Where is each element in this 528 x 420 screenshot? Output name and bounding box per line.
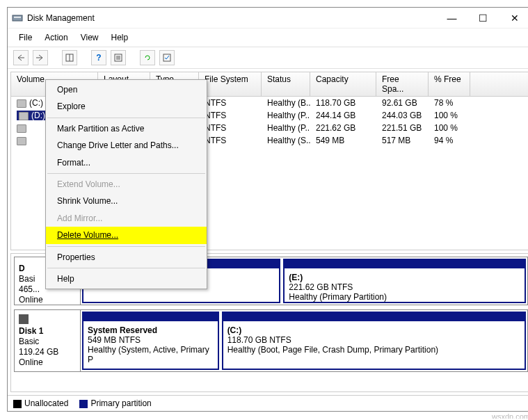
col-status[interactable]: Status [262, 72, 310, 96]
col-spacer [470, 72, 528, 96]
disk-partitions: System Reserved549 MB NTFSHealthy (Syste… [81, 310, 527, 371]
forward-button[interactable] [33, 50, 48, 65]
menu-file[interactable]: File [13, 30, 38, 45]
refresh-button[interactable] [140, 50, 155, 65]
primary-swatch [79, 400, 88, 408]
unallocated-swatch [13, 400, 22, 408]
titlebar: Disk Management — ☐ ✕ [8, 8, 528, 29]
context-item-add-mirror: Add Mirror... [46, 210, 207, 227]
disk-info[interactable]: Disk 1Basic119.24 GBOnline [15, 310, 81, 371]
context-item-help[interactable]: Help [46, 270, 207, 287]
close-button[interactable]: ✕ [499, 8, 528, 28]
disk-row: Disk 1Basic119.24 GBOnlineSystem Reserve… [14, 309, 528, 372]
col-capacity[interactable]: Capacity [310, 72, 376, 96]
watermark: wsxdn.com [492, 412, 528, 419]
drive-icon [17, 124, 26, 133]
partition[interactable]: System Reserved549 MB NTFSHealthy (Syste… [82, 312, 219, 370]
arrow-right-icon [36, 54, 45, 61]
context-separator [47, 246, 205, 247]
menu-help[interactable]: Help [106, 30, 134, 45]
context-item-extend-volume: Extend Volume... [46, 176, 207, 193]
partition[interactable]: (E:)221.62 GB NTFSHealthy (Primary Parti… [283, 259, 526, 303]
disk-management-window: Disk Management — ☐ ✕ File Action View H… [7, 7, 528, 412]
context-separator [47, 173, 205, 174]
help-button[interactable]: ? [91, 50, 106, 65]
col-filesystem[interactable]: File System [199, 72, 262, 96]
help-icon: ? [96, 53, 101, 63]
col-free[interactable]: Free Spa... [376, 72, 429, 96]
back-button[interactable] [13, 50, 29, 65]
drive-icon [19, 112, 29, 120]
disk-mgmt-icon [12, 13, 23, 24]
window-title: Disk Management [27, 13, 436, 23]
menu-view[interactable]: View [75, 30, 104, 45]
context-separator [47, 268, 205, 268]
legend-unallocated: Unallocated [13, 398, 68, 408]
action-button[interactable] [159, 50, 175, 65]
context-item-delete-volume[interactable]: Delete Volume... [46, 227, 207, 243]
context-item-shrink-volume[interactable]: Shrink Volume... [46, 193, 207, 209]
toolbar: ? [8, 47, 528, 69]
context-separator [47, 118, 205, 118]
context-item-explore[interactable]: Explore [46, 98, 207, 115]
col-pctfree[interactable]: % Free [429, 72, 470, 96]
context-item-format[interactable]: Format... [46, 154, 207, 171]
legend: Unallocated Primary partition [8, 395, 528, 411]
drive-icon [17, 99, 26, 108]
refresh-icon [143, 54, 152, 62]
context-item-change-drive-letter-and-paths[interactable]: Change Drive Letter and Paths... [46, 137, 207, 154]
context-item-properties[interactable]: Properties [46, 249, 207, 266]
split-icon [65, 54, 74, 62]
volume-context-menu[interactable]: OpenExploreMark Partition as ActiveChang… [45, 79, 207, 289]
disk-icon [19, 314, 29, 324]
tick-list-icon [163, 54, 171, 62]
menubar: File Action View Help [8, 29, 528, 47]
menu-action[interactable]: Action [39, 30, 73, 45]
minimize-button[interactable]: — [436, 8, 467, 28]
view-split-button[interactable] [62, 50, 77, 65]
list-icon [114, 54, 122, 62]
arrow-left-icon [17, 54, 25, 61]
maximize-button[interactable]: ☐ [467, 8, 499, 28]
legend-primary: Primary partition [79, 398, 151, 408]
context-item-open[interactable]: Open [46, 81, 207, 98]
properties-button[interactable] [111, 50, 126, 65]
svg-rect-1 [14, 17, 21, 18]
svg-rect-0 [13, 15, 22, 21]
partition[interactable]: (C:)118.70 GB NTFSHealthy (Boot, Page Fi… [222, 312, 526, 370]
context-item-mark-partition-as-active[interactable]: Mark Partition as Active [46, 120, 207, 137]
drive-icon [17, 137, 26, 145]
